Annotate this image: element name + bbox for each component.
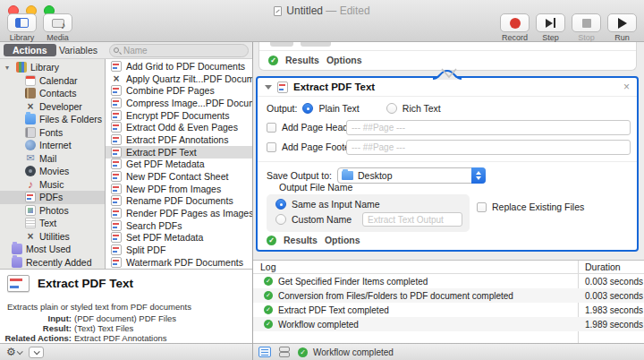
desktop-folder-icon (342, 171, 353, 180)
sidebar-item[interactable]: Internet (0, 139, 105, 152)
pdf-action-icon (111, 195, 122, 206)
step-button[interactable]: Step (536, 13, 565, 42)
sidebar-item[interactable]: PDFs (0, 191, 105, 204)
log-row[interactable]: ✓ Conversion from Files/Folders to PDF d… (253, 288, 644, 303)
action-list-item[interactable]: New PDF from Images (106, 183, 252, 195)
add-page-header-checkbox[interactable] (267, 123, 276, 133)
files-folders-icon (25, 114, 36, 124)
add-page-footer-checkbox[interactable] (267, 142, 276, 152)
smart-folder-icon (12, 257, 22, 268)
sidebar-smart-item[interactable]: Most Used (0, 243, 105, 256)
record-button[interactable]: Record (500, 13, 530, 42)
sidebar-item-library[interactable]: ▾ Library (0, 61, 105, 74)
action-list-item[interactable]: Add Grid to PDF Documents (106, 60, 252, 73)
action-list-item[interactable]: Split PDF (106, 244, 252, 256)
output-file-name-group: Same as Input Name Custom Name (267, 194, 470, 232)
stop-button[interactable]: Stop (572, 13, 601, 42)
sidebar-item[interactable]: Utilities (0, 230, 105, 244)
action-list: Add Grid to PDF Documents Apply Quartz F… (106, 59, 252, 269)
log-row[interactable]: ✓ Extract PDF Text completed 1.983 secon… (253, 303, 644, 317)
sidebar-item[interactable]: Contacts (0, 87, 105, 100)
previous-action-card[interactable]: ✓ Results Options (258, 42, 637, 71)
variables-view-button[interactable] (278, 347, 291, 357)
sidebar-item[interactable]: Calendar (0, 74, 105, 88)
tab-variables[interactable]: Variables (59, 45, 97, 56)
action-list-item[interactable]: Compress Image...PDF Documents (106, 97, 252, 109)
custom-name-input[interactable] (362, 212, 462, 227)
sidebar-item[interactable]: Music (0, 178, 105, 192)
document-proxy-icon[interactable] (274, 6, 282, 16)
chevron-down-icon (16, 348, 22, 355)
action-list-item[interactable]: Set PDF Metadata (106, 232, 252, 244)
save-output-label: Save Output to: (267, 170, 332, 181)
action-list-item-label: Add Grid to PDF Documents (126, 61, 245, 72)
action-list-item-label: Extract Odd & Even Pages (126, 122, 238, 133)
gear-menu-button[interactable]: ⚙ (6, 346, 21, 358)
action-icon (7, 275, 30, 292)
action-list-item[interactable]: Extract PDF Text (106, 146, 252, 159)
plain-text-radio[interactable] (302, 103, 313, 114)
close-action-icon[interactable]: × (623, 81, 630, 92)
action-list-item[interactable]: Get PDF Metadata (106, 159, 252, 171)
sidebar-item-label: Most Used (26, 244, 71, 254)
action-list-item[interactable]: Render PDF Pages as Images (106, 207, 252, 219)
action-list-item[interactable]: Apply Quartz Filt...PDF Documents (106, 73, 252, 85)
run-button[interactable]: Run (607, 13, 637, 42)
internet-icon (25, 140, 36, 150)
log-row[interactable]: ✓ Workflow completed 1.989 seconds (253, 317, 644, 331)
action-list-item[interactable]: Extract Odd & Even Pages (106, 121, 252, 133)
pdf-action-icon (111, 85, 122, 96)
disclosure-triangle-icon[interactable]: ▾ (5, 64, 13, 72)
replace-existing-checkbox[interactable] (477, 202, 487, 212)
log-header: Log Duration (253, 261, 644, 274)
contacts-icon (25, 88, 36, 99)
sidebar-item[interactable]: Movies (0, 165, 105, 178)
sidebar-item[interactable]: Photos (0, 204, 105, 218)
sidebar-item[interactable]: Fonts (0, 126, 105, 140)
custom-name-label: Custom Name (292, 214, 352, 225)
connector-chevron-icon (440, 68, 458, 79)
search-input[interactable] (123, 45, 244, 56)
hide-description-button[interactable] (29, 347, 44, 358)
description-related-row: Related Actions:Extract PDF Annotations (0, 333, 247, 343)
sidebar-item[interactable]: Files & Folders (0, 113, 105, 126)
library-pane: Actions Variables ▾ Library Calendar (0, 42, 253, 360)
log-row[interactable]: ✓ Get Specified Finder Items completed 0… (253, 274, 644, 288)
results-button[interactable]: Results (284, 235, 318, 245)
action-list-item[interactable]: Encrypt PDF Documents (106, 109, 252, 122)
sidebar-smart-item[interactable]: Recently Added (0, 256, 105, 270)
action-list-item[interactable]: Extract PDF Annotations (106, 133, 252, 146)
results-button[interactable]: Results (285, 55, 319, 65)
action-list-item[interactable]: Rename PDF Documents (106, 195, 252, 208)
same-as-input-radio[interactable] (275, 199, 286, 210)
extract-pdf-text-action-card[interactable]: Extract PDF Text × Output: Plain Text Ri… (256, 76, 639, 252)
sidebar-item[interactable]: Developer (0, 100, 105, 114)
page-footer-input[interactable] (346, 140, 631, 155)
success-check-icon: ✓ (264, 277, 273, 286)
action-list-item[interactable]: Search PDFs (106, 219, 252, 232)
action-list-item[interactable]: Watermark PDF Documents (106, 256, 252, 269)
rich-text-radio[interactable] (386, 103, 397, 114)
custom-name-radio[interactable] (275, 214, 286, 225)
workflow-canvas[interactable]: ✓ Results Options Extract PDF Text × (253, 42, 644, 260)
options-button[interactable]: Options (326, 55, 362, 65)
action-list-item[interactable]: Combine PDF Pages (106, 84, 252, 97)
media-button[interactable]: Media (43, 13, 72, 42)
tab-actions[interactable]: Actions (4, 44, 56, 56)
sidebar-item[interactable]: Mail (0, 152, 105, 166)
action-list-item[interactable]: New PDF Contact Sheet (106, 170, 252, 183)
pdfs-icon (25, 192, 36, 202)
smart-folder-icon (12, 244, 22, 254)
sidebar-item[interactable]: Text (0, 217, 105, 230)
result-value: (Text) Text Files (74, 323, 133, 333)
action-card-header[interactable]: Extract PDF Text × (258, 78, 637, 97)
success-check-icon: ✓ (264, 305, 273, 314)
page-header-input[interactable] (346, 120, 631, 135)
options-button[interactable]: Options (325, 235, 360, 245)
save-output-popup[interactable]: Desktop (337, 167, 486, 184)
library-button[interactable]: Library (7, 13, 37, 42)
log-rows: ✓ Get Specified Finder Items completed 0… (253, 274, 644, 331)
log-view-button[interactable] (258, 347, 271, 357)
search-field[interactable] (109, 44, 249, 57)
disclosure-triangle-icon[interactable] (265, 85, 272, 90)
